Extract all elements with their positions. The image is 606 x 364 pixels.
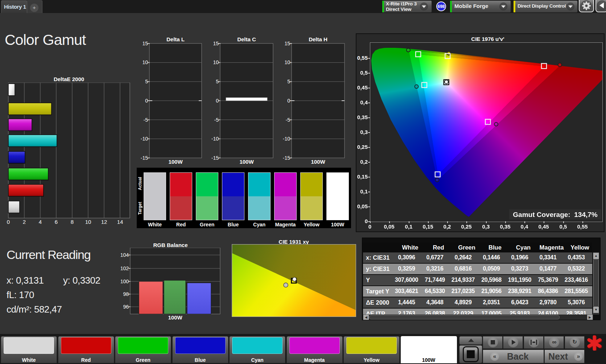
svg-text:-5: -5 xyxy=(144,117,148,123)
svg-text:-5: -5 xyxy=(286,117,290,123)
svg-text:5: 5 xyxy=(145,79,148,84)
svg-text:100W: 100W xyxy=(311,159,325,165)
svg-text:0: 0 xyxy=(145,98,148,104)
svg-text:96: 96 xyxy=(123,304,129,310)
svg-text:0: 0 xyxy=(216,98,219,104)
svg-text:10: 10 xyxy=(284,59,290,65)
svg-text:15: 15 xyxy=(142,41,148,46)
svg-text:Delta L: Delta L xyxy=(166,36,185,42)
svg-text:102: 102 xyxy=(120,265,129,271)
svg-text:98: 98 xyxy=(123,291,129,297)
svg-text:10: 10 xyxy=(142,59,148,65)
svg-text:6: 6 xyxy=(55,219,58,225)
svg-text:Delta H: Delta H xyxy=(309,36,327,42)
svg-text:0: 0 xyxy=(7,219,10,225)
svg-text:100W: 100W xyxy=(239,159,254,165)
svg-text:-15: -15 xyxy=(283,155,290,161)
svg-text:5: 5 xyxy=(216,79,219,84)
svg-text:-10: -10 xyxy=(211,136,219,142)
svg-text:-15: -15 xyxy=(211,155,219,161)
svg-text:2: 2 xyxy=(23,219,26,225)
svg-text:8: 8 xyxy=(71,219,74,225)
svg-text:-15: -15 xyxy=(141,155,148,161)
svg-text:100W: 100W xyxy=(168,314,182,320)
svg-text:10: 10 xyxy=(85,219,91,225)
svg-text:5: 5 xyxy=(287,79,290,84)
svg-text:0: 0 xyxy=(287,98,290,104)
svg-text:104: 104 xyxy=(120,252,129,258)
svg-text:-5: -5 xyxy=(214,117,219,123)
svg-text:15: 15 xyxy=(213,41,219,46)
svg-text:14: 14 xyxy=(117,219,123,225)
svg-text:15: 15 xyxy=(284,41,290,46)
svg-text:-10: -10 xyxy=(141,136,148,142)
svg-text:4: 4 xyxy=(39,219,42,225)
svg-text:12: 12 xyxy=(101,219,107,225)
svg-text:10: 10 xyxy=(213,59,219,65)
svg-text:-10: -10 xyxy=(283,136,290,142)
svg-text:Delta C: Delta C xyxy=(237,36,256,42)
svg-text:100W: 100W xyxy=(168,159,183,165)
svg-text:100: 100 xyxy=(120,279,129,284)
